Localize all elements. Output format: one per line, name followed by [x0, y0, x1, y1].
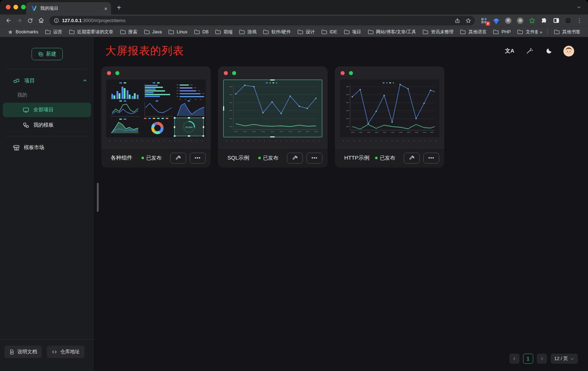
more-actions-button[interactable]: •••	[307, 153, 322, 164]
bookmark-folder[interactable]: 软件/硬件	[260, 28, 294, 36]
chevron-down-icon	[577, 5, 581, 9]
star-extension-icon[interactable]	[529, 17, 536, 24]
bookmark-folder[interactable]: IDE	[318, 28, 341, 36]
main-content: 大屏报表的列表 文A	[94, 37, 588, 371]
bookmark-folder[interactable]: Java	[141, 28, 165, 36]
moon-icon	[546, 48, 552, 54]
reload-button[interactable]	[25, 16, 35, 25]
project-name: HTTP示例	[344, 154, 375, 161]
zoom-window-button[interactable]	[21, 5, 26, 9]
back-button[interactable]	[4, 16, 13, 25]
tab-search-button[interactable]	[575, 3, 583, 11]
card-green-dot	[232, 71, 236, 75]
folder-icon	[423, 29, 428, 34]
project-card[interactable]: HTTP示例 已发布 •••	[335, 66, 444, 168]
close-window-button[interactable]	[6, 5, 11, 9]
bookmark-folder[interactable]: 运营	[42, 28, 66, 36]
edit-project-button[interactable]	[404, 153, 420, 164]
bookmark-folder[interactable]: 游戏	[236, 28, 260, 36]
edit-project-button[interactable]	[287, 153, 303, 164]
browser-tab[interactable]: 我的项目 ×	[26, 2, 111, 15]
puzzle-icon	[541, 17, 547, 24]
bookmark-folder[interactable]: 设计	[294, 28, 318, 36]
ellipsis-icon: •••	[428, 155, 435, 161]
prev-page-button[interactable]	[509, 354, 519, 364]
bookmark-folder[interactable]: 文件服务器	[514, 28, 538, 36]
bookmark-folder[interactable]: 项目	[341, 28, 365, 36]
thumbnail-line-chart	[340, 79, 439, 137]
folder-icon	[45, 29, 51, 34]
more-actions-button[interactable]: •••	[190, 153, 206, 164]
more-actions-button[interactable]: •••	[423, 153, 439, 164]
sidebar-group-projects[interactable]: 项目	[0, 73, 94, 88]
bookmark-folder[interactable]: PHP	[490, 28, 514, 36]
thumbnail-mixed-charts: 25.00%	[106, 79, 206, 137]
bookmark-folder[interactable]: 前端	[212, 28, 236, 36]
tampermonkey-extension-icon[interactable]: 9	[481, 17, 488, 24]
dark-mode-button[interactable]	[544, 46, 554, 56]
bookmark-folder[interactable]: 其他语言	[457, 28, 490, 36]
content-scrollbar[interactable]	[97, 183, 99, 212]
sidebar-item-my-templates[interactable]: 我的模板	[3, 118, 91, 132]
page-size-select[interactable]: 12 / 页	[551, 354, 578, 364]
language-toggle-button[interactable]: 文A	[505, 46, 515, 56]
translate-icon: 文A	[505, 48, 514, 54]
bookmarks-divider	[547, 29, 548, 35]
new-tab-button[interactable]: +	[117, 4, 121, 12]
user-avatar[interactable]	[563, 46, 574, 57]
bookmark-folder[interactable]: 资讯未整理	[419, 28, 457, 36]
command-extension-icon[interactable]: ⌘	[505, 17, 512, 24]
avatar-image	[563, 46, 574, 57]
bookmark-star-icon[interactable]	[465, 18, 471, 24]
screens-icon	[13, 77, 20, 84]
project-card[interactable]: SQL示例 已发布 •••	[218, 66, 328, 168]
sidebar-item-template-market[interactable]: 模板市场	[0, 140, 94, 155]
address-bar[interactable]: 127.0.0.1:3000/#/project/items	[49, 16, 475, 25]
page-title: 大屏报表的列表	[105, 44, 505, 58]
bookmark-folder[interactable]: 搜索	[117, 28, 141, 36]
next-page-button[interactable]	[537, 354, 547, 364]
folder-icon	[321, 29, 327, 34]
folder-icon	[263, 29, 269, 34]
sidebar-divider	[6, 136, 88, 136]
status-dot	[375, 157, 378, 159]
edit-project-button[interactable]	[170, 153, 186, 164]
bookmark-folder[interactable]: DB	[191, 28, 212, 36]
other-bookmarks-folder[interactable]: 其他书签	[551, 28, 584, 36]
gem-extension-icon[interactable]	[493, 17, 500, 24]
home-button[interactable]	[36, 16, 46, 25]
url-path: :3000/#/project/items	[82, 18, 126, 23]
repo-button[interactable]: 仓库地址	[47, 346, 85, 358]
forward-button[interactable]	[15, 16, 24, 25]
share-icon[interactable]	[455, 18, 460, 24]
project-card[interactable]: 25.00% 各种组件 已发布 •••	[101, 66, 211, 168]
profile-avatar-extension[interactable]: 😄	[564, 17, 572, 24]
sidebar: 新建 项目 我的 全部项目 我的模板 模板市场	[0, 37, 94, 371]
tab-close-icon[interactable]: ×	[104, 6, 107, 11]
green-star-icon	[529, 17, 535, 24]
progress-value-label: 25.00%	[185, 126, 193, 128]
docs-button[interactable]: 说明文档	[4, 346, 42, 358]
bookmark-folder[interactable]: 近期需要读的文章	[66, 28, 117, 36]
header-actions: 文A	[505, 46, 574, 57]
status-dot	[141, 157, 144, 159]
minimize-window-button[interactable]	[13, 5, 18, 9]
puzzle-extensions-menu[interactable]	[540, 17, 548, 24]
bookmarks-root-folder[interactable]: Bookmarks	[4, 28, 42, 36]
browser-menu-button[interactable]: ⋮	[575, 17, 584, 24]
recorder-extension-icon[interactable]	[517, 17, 524, 24]
folder-icon	[368, 29, 374, 34]
sidebar-section-mine: 我的	[0, 88, 94, 102]
theme-color-button[interactable]	[524, 46, 534, 56]
bookmark-folder[interactable]: Linux	[165, 28, 191, 36]
new-project-button[interactable]: 新建	[32, 48, 63, 60]
sidebar-item-all-projects[interactable]: 全部项目	[3, 103, 91, 117]
side-panel-button[interactable]	[552, 17, 560, 24]
folder-icon	[344, 29, 350, 34]
current-page-button[interactable]: 1	[523, 354, 533, 364]
bookmarks-overflow-button[interactable]: »	[538, 29, 544, 35]
card-green-dot	[115, 71, 119, 75]
card-footer: 各种组件 已发布 •••	[101, 148, 211, 168]
project-thumbnail	[223, 79, 322, 137]
bookmark-folder[interactable]: 网站/博客/文章/工具	[365, 28, 419, 36]
